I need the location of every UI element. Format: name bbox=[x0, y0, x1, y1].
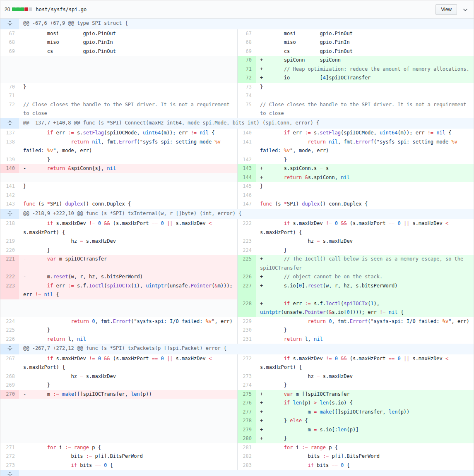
line-number[interactable]: 71 bbox=[237, 65, 256, 74]
line-number[interactable]: 146 bbox=[237, 191, 256, 200]
diff-line-row: 72// Close closes the handle to the SPI … bbox=[0, 100, 474, 118]
line-number[interactable]: 141 bbox=[237, 138, 256, 155]
line-number[interactable]: 275 bbox=[237, 390, 256, 399]
expand-hunk-button[interactable] bbox=[0, 344, 19, 354]
line-number[interactable]: 73 bbox=[237, 83, 256, 92]
line-number[interactable]: 72 bbox=[237, 74, 256, 83]
line-number[interactable]: 225 bbox=[237, 255, 256, 273]
line-number[interactable]: 276 bbox=[237, 399, 256, 408]
line-number[interactable]: 277 bbox=[237, 408, 256, 417]
line-number[interactable]: 225 bbox=[0, 326, 19, 335]
line-number[interactable]: 143 bbox=[237, 164, 256, 173]
line-number[interactable]: 144 bbox=[237, 173, 256, 182]
line-number[interactable]: 273 bbox=[237, 372, 256, 381]
line-number[interactable]: 138 bbox=[0, 138, 19, 155]
line-number[interactable]: 70 bbox=[0, 83, 19, 92]
code-line: + // The Ioctl() call below is seen as a… bbox=[256, 255, 474, 273]
line-number[interactable]: 137 bbox=[0, 129, 19, 138]
diff-line-row: 67 mosi gpio.PinOut67 mosi gpio.PinOut bbox=[0, 29, 474, 38]
diff-line-row: 140- return &spiConn{s}, nil143+ s.spiCo… bbox=[0, 164, 474, 173]
line-number[interactable]: 140 bbox=[237, 129, 256, 138]
line-number[interactable]: 222 bbox=[237, 219, 256, 237]
expand-hunk-button[interactable] bbox=[0, 470, 19, 476]
expand-hunk-button[interactable] bbox=[0, 118, 19, 129]
line-number[interactable]: 223 bbox=[237, 237, 256, 246]
line-number[interactable]: 282 bbox=[237, 452, 256, 461]
line-number[interactable]: 69 bbox=[0, 47, 19, 56]
line-number[interactable]: 226 bbox=[0, 335, 19, 344]
line-number[interactable]: 67 bbox=[237, 29, 256, 38]
diff-line-row: 271 for i := range p {281 for i := range… bbox=[0, 443, 474, 452]
line-number[interactable]: 222 bbox=[0, 273, 19, 282]
line-number[interactable]: 228 bbox=[237, 299, 256, 317]
diff-line-row: 139 }142 } bbox=[0, 155, 474, 165]
expand-hunk-button[interactable] bbox=[0, 209, 19, 220]
line-number[interactable]: 272 bbox=[0, 452, 19, 461]
line-number bbox=[0, 173, 19, 182]
line-number[interactable]: 74 bbox=[237, 91, 256, 100]
file-name-link[interactable]: host/sysfs/spi.go bbox=[36, 7, 87, 12]
line-number[interactable]: 268 bbox=[0, 372, 19, 381]
line-number[interactable]: 70 bbox=[237, 56, 256, 65]
code-line: + io [4]spiIOCTransfer bbox=[256, 74, 474, 83]
diff-line-row: 228+ if err := s.f.Ioctl(spiIOCTx(1), ui… bbox=[0, 299, 474, 317]
line-number[interactable]: 271 bbox=[0, 443, 19, 452]
code-line: + s.io[0].reset(w, r, hz, s.bitsPerWord) bbox=[256, 282, 474, 299]
line-number[interactable]: 147 bbox=[237, 200, 256, 209]
line-number[interactable]: 230 bbox=[237, 326, 256, 335]
line-number[interactable]: 269 bbox=[0, 381, 19, 390]
view-button[interactable]: View bbox=[436, 4, 457, 15]
line-number[interactable]: 278 bbox=[237, 416, 256, 426]
line-number[interactable]: 270 bbox=[0, 390, 19, 399]
line-number[interactable]: 218 bbox=[0, 219, 19, 237]
line-number[interactable]: 139 bbox=[0, 155, 19, 165]
line-number[interactable]: 273 bbox=[0, 461, 19, 470]
code-line: } bbox=[19, 326, 237, 335]
line-number[interactable]: 219 bbox=[0, 237, 19, 246]
unfold-icon bbox=[7, 347, 13, 352]
code-line: + spiConn spiConn bbox=[256, 56, 474, 65]
line-number[interactable]: 279 bbox=[237, 426, 256, 435]
line-number[interactable]: 223 bbox=[0, 282, 19, 299]
diff-file: 20 host/sysfs/spi.go View @@ -67,6 +67,9… bbox=[0, 0, 474, 476]
collapse-file-button[interactable] bbox=[461, 5, 469, 14]
line-number[interactable]: 142 bbox=[237, 155, 256, 165]
line-number[interactable]: 145 bbox=[237, 182, 256, 191]
line-number[interactable]: 142 bbox=[0, 191, 19, 200]
code-line: cs gpio.PinOut bbox=[256, 47, 474, 56]
line-number[interactable]: 72 bbox=[0, 100, 19, 118]
diff-line-row: 70}73} bbox=[0, 83, 474, 92]
line-number[interactable]: 274 bbox=[237, 381, 256, 390]
line-number[interactable]: 221 bbox=[0, 255, 19, 273]
line-number[interactable]: 220 bbox=[0, 246, 19, 255]
line-number[interactable]: 267 bbox=[0, 354, 19, 372]
line-number[interactable]: 281 bbox=[237, 443, 256, 452]
diff-line-row: 7174 bbox=[0, 91, 474, 100]
code-line: hz = s.maxHzDev bbox=[19, 372, 237, 381]
line-number[interactable]: 227 bbox=[237, 282, 256, 299]
diff-line-row: 277+ m = make([]spiIOCTransfer, len(p)) bbox=[0, 408, 474, 417]
code-line: if s.maxHzDev != 0 && (s.maxHzPort == 0 … bbox=[256, 354, 474, 372]
code-line: func (s *SPI) duplex() conn.Duplex { bbox=[19, 200, 237, 209]
line-number[interactable]: 283 bbox=[237, 461, 256, 470]
code-line: for i := range p { bbox=[19, 443, 237, 452]
code-line: cs gpio.PinOut bbox=[19, 47, 237, 56]
line-number[interactable]: 229 bbox=[237, 317, 256, 326]
line-number[interactable]: 69 bbox=[237, 47, 256, 56]
line-number[interactable]: 141 bbox=[0, 182, 19, 191]
line-number[interactable]: 71 bbox=[0, 91, 19, 100]
line-number[interactable]: 280 bbox=[237, 434, 256, 443]
line-number[interactable]: 140 bbox=[0, 164, 19, 173]
line-number[interactable]: 68 bbox=[237, 38, 256, 47]
expand-hunk-button[interactable] bbox=[0, 19, 19, 29]
line-number[interactable]: 143 bbox=[0, 200, 19, 209]
line-number[interactable]: 75 bbox=[237, 100, 256, 118]
line-number[interactable]: 67 bbox=[0, 29, 19, 38]
diff-line-row: 144+ return &s.spiConn, nil bbox=[0, 173, 474, 182]
line-number[interactable]: 224 bbox=[0, 317, 19, 326]
line-number[interactable]: 226 bbox=[237, 273, 256, 282]
line-number[interactable]: 224 bbox=[237, 246, 256, 255]
line-number[interactable]: 68 bbox=[0, 38, 19, 47]
line-number[interactable]: 231 bbox=[237, 335, 256, 344]
line-number[interactable]: 272 bbox=[237, 354, 256, 372]
